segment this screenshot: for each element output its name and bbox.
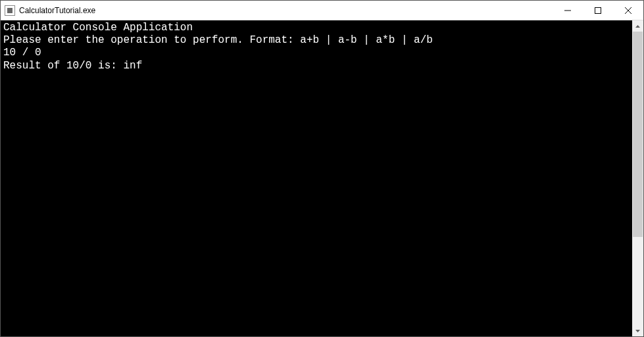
app-icon: [5, 5, 15, 16]
console-body: Calculator Console ApplicationPlease ent…: [1, 20, 643, 336]
scroll-track[interactable]: [632, 32, 643, 325]
close-button[interactable]: [613, 1, 643, 20]
console-line: Calculator Console Application: [3, 22, 630, 34]
scroll-down-arrow-icon[interactable]: [632, 325, 643, 336]
scroll-thumb[interactable]: [633, 32, 643, 237]
vertical-scrollbar[interactable]: [632, 20, 643, 336]
scroll-up-arrow-icon[interactable]: [632, 20, 643, 32]
maximize-button[interactable]: [583, 1, 613, 20]
console-window: CalculatorTutorial.exe Calculator Consol…: [1, 1, 643, 336]
titlebar[interactable]: CalculatorTutorial.exe: [1, 1, 643, 20]
svg-marker-5: [635, 330, 640, 332]
minimize-button[interactable]: [553, 1, 583, 20]
console-line: Result of 10/0 is: inf: [3, 60, 630, 72]
svg-marker-4: [635, 25, 640, 28]
console-line: 10 / 0: [3, 47, 630, 59]
console-line: Please enter the operation to perform. F…: [3, 34, 630, 47]
window-title: CalculatorTutorial.exe: [19, 6, 95, 15]
window-controls: [553, 1, 643, 20]
console-output[interactable]: Calculator Console ApplicationPlease ent…: [1, 20, 632, 336]
svg-rect-1: [595, 7, 601, 13]
